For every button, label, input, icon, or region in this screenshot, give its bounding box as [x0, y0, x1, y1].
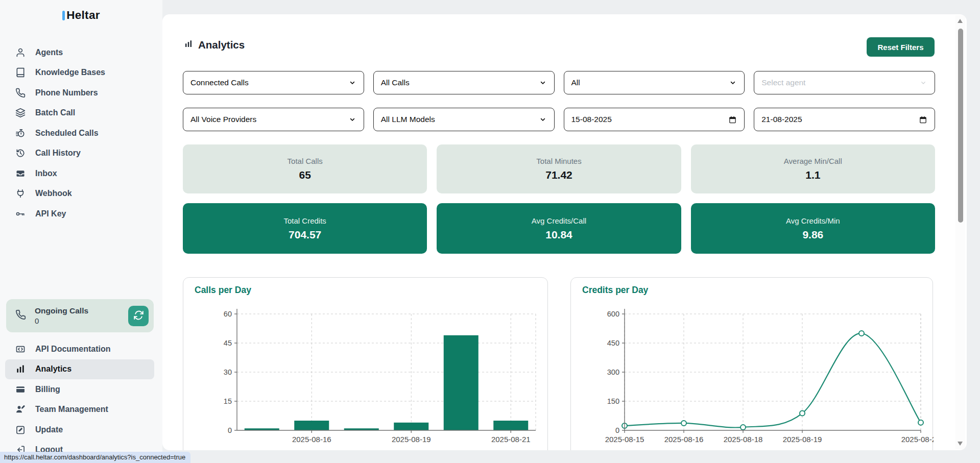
- status-filter-value: All: [571, 78, 580, 87]
- sidebar-item-label: Analytics: [35, 364, 71, 374]
- ongoing-calls-card: Ongoing Calls 0: [6, 299, 154, 332]
- scroll-up-arrow-icon[interactable]: [958, 19, 963, 23]
- sidebar-item-phone-numbers[interactable]: Phone Numbers: [5, 83, 154, 103]
- call-connection-filter-value: Connected Calls: [190, 78, 249, 87]
- phone-icon: [15, 88, 26, 98]
- vertical-scrollbar[interactable]: [955, 15, 965, 449]
- stat-value: 704.57: [289, 229, 321, 241]
- scroll-down-arrow-icon[interactable]: [958, 442, 963, 446]
- user-icon: [15, 47, 26, 58]
- svg-text:150: 150: [607, 397, 619, 405]
- sidebar-nav: AgentsKnowledge BasesPhone NumbersBatch …: [0, 42, 162, 224]
- sidebar-item-label: Agents: [35, 48, 63, 57]
- sidebar-item-label: Knowledge Bases: [35, 68, 105, 77]
- chevron-down-icon: [919, 79, 927, 87]
- sidebar-item-billing[interactable]: Billing: [5, 379, 154, 400]
- edit-icon: [15, 425, 26, 435]
- start-date-input[interactable]: 15-08-2025: [564, 108, 745, 131]
- sidebar-item-scheduled-calls[interactable]: Scheduled Calls: [5, 123, 154, 143]
- stat-label: Avg Credits/Min: [786, 216, 840, 225]
- stats-row-light: Total Calls65Total Minutes71.42Average M…: [183, 144, 935, 193]
- sidebar-item-api-documentation[interactable]: API Documentation: [5, 339, 154, 359]
- key-icon: [15, 209, 26, 219]
- stat-label: Total Credits: [283, 216, 326, 225]
- credits-per-day-chart: 01503004506002025-08-152025-08-162025-08…: [571, 300, 934, 450]
- stat-card-avg-credits-min: Avg Credits/Min9.86: [691, 203, 935, 254]
- calendar-icon: [919, 115, 927, 124]
- chart-title: Calls per Day: [195, 285, 251, 296]
- page-title: Analytics: [184, 39, 245, 51]
- stat-card-total-calls: Total Calls65: [183, 144, 427, 193]
- voice-provider-filter[interactable]: All Voice Providers: [183, 108, 364, 131]
- stat-value: 1.1: [805, 169, 820, 181]
- ongoing-calls-count: 0: [35, 316, 88, 325]
- refresh-icon: [133, 310, 144, 322]
- browser-status-bar: https://call.heltar.com/dashboard/analyt…: [0, 452, 190, 463]
- call-type-filter[interactable]: All Calls: [373, 71, 555, 94]
- stats-row-dark: Total Credits704.57Avg Credits/Call10.84…: [183, 203, 935, 254]
- stat-label: Total Calls: [288, 157, 323, 165]
- bar-chart-icon: [184, 39, 193, 51]
- start-date-input-value: 15-08-2025: [571, 115, 612, 124]
- svg-text:60: 60: [224, 310, 232, 318]
- status-filter[interactable]: All: [564, 71, 745, 94]
- stat-card-average-min-call: Average Min/Call1.1: [691, 144, 935, 193]
- svg-text:2025-08-21: 2025-08-21: [901, 435, 934, 444]
- timer-icon: [15, 128, 26, 138]
- call-connection-filter[interactable]: Connected Calls: [183, 71, 364, 94]
- scrollbar-thumb[interactable]: [958, 29, 963, 223]
- svg-text:450: 450: [607, 339, 619, 347]
- book-icon: [15, 67, 26, 78]
- sidebar-item-analytics[interactable]: Analytics: [5, 359, 154, 380]
- sidebar-item-label: Phone Numbers: [35, 88, 98, 98]
- sidebar-item-label: Inbox: [35, 169, 57, 178]
- sidebar-item-update[interactable]: Update: [5, 420, 154, 440]
- ongoing-calls-label: Ongoing Calls: [35, 306, 88, 315]
- svg-text:30: 30: [224, 368, 232, 376]
- sidebar-item-label: Call History: [35, 149, 81, 158]
- sidebar-item-batch-call[interactable]: Batch Call: [5, 103, 154, 124]
- sidebar-item-inbox[interactable]: Inbox: [5, 163, 154, 184]
- sidebar-item-label: API Documentation: [35, 345, 111, 354]
- page: Heltar AgentsKnowledge BasesPhone Number…: [0, 0, 980, 463]
- sidebar-item-agents[interactable]: Agents: [5, 42, 154, 63]
- sidebar-item-call-history[interactable]: Call History: [5, 143, 154, 164]
- stat-value: 9.86: [802, 229, 823, 241]
- calls-per-day-chart: 0153045602025-08-162025-08-192025-08-21: [183, 300, 548, 450]
- chart-title: Credits per Day: [582, 285, 648, 296]
- sidebar-item-label: Webhook: [35, 189, 72, 198]
- logo-blue-bar-icon: [62, 11, 65, 20]
- sidebar-item-team-management[interactable]: Team Management: [5, 400, 154, 420]
- svg-text:0: 0: [228, 426, 232, 434]
- svg-text:2025-08-16: 2025-08-16: [664, 435, 704, 444]
- calendar-icon: [728, 115, 737, 124]
- history-icon: [15, 148, 26, 158]
- stat-card-avg-credits-call: Avg Credits/Call10.84: [437, 203, 681, 254]
- sidebar-item-label: Update: [35, 425, 63, 434]
- refresh-ongoing-calls-button[interactable]: [128, 306, 149, 326]
- stat-label: Avg Credits/Call: [532, 216, 586, 225]
- credit-card-icon: [15, 384, 26, 395]
- stat-card-total-minutes: Total Minutes71.42: [437, 144, 681, 193]
- stat-value: 71.42: [545, 169, 572, 181]
- logo-text: Heltar: [66, 9, 100, 22]
- svg-text:15: 15: [224, 397, 232, 405]
- llm-model-filter[interactable]: All LLM Models: [373, 108, 555, 131]
- agent-select[interactable]: Select agent: [754, 71, 935, 94]
- svg-text:2025-08-19: 2025-08-19: [783, 435, 822, 444]
- credits-per-day-chart-card: Credits per Day 01503004506002025-08-152…: [570, 277, 933, 450]
- sidebar-item-api-key[interactable]: API Key: [5, 204, 154, 224]
- sidebar-item-label: Billing: [35, 385, 60, 394]
- bar-chart-icon: [15, 364, 26, 374]
- svg-text:45: 45: [224, 339, 232, 347]
- end-date-input[interactable]: 21-08-2025: [754, 108, 935, 131]
- page-title-text: Analytics: [198, 39, 245, 51]
- sidebar-item-knowledge-bases[interactable]: Knowledge Bases: [5, 63, 154, 83]
- sidebar-item-label: Team Management: [35, 405, 108, 414]
- chevron-down-icon: [539, 79, 547, 87]
- sidebar-item-webhook[interactable]: Webhook: [5, 184, 154, 204]
- code-icon: [15, 344, 26, 354]
- call-type-filter-value: All Calls: [381, 78, 410, 87]
- reset-filters-button[interactable]: Reset Filters: [867, 37, 935, 57]
- stat-label: Total Minutes: [536, 157, 581, 165]
